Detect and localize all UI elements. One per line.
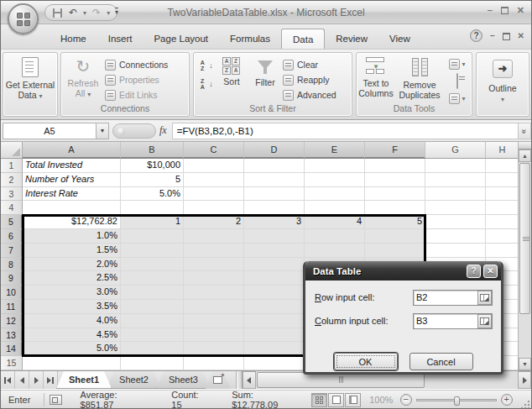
range-selector-icon[interactable] (477, 291, 492, 305)
cell-b5[interactable]: 1 (121, 215, 184, 229)
cell-d14[interactable] (244, 342, 305, 356)
cell-d5[interactable]: 3 (244, 215, 305, 229)
cell-d12[interactable] (244, 314, 305, 328)
ok-button[interactable]: OK (334, 353, 398, 370)
row-header-15[interactable]: 15 (1, 356, 23, 370)
column-header-h[interactable]: H (486, 142, 519, 159)
row-header-12[interactable]: 12 (1, 314, 23, 328)
dialog-close-icon[interactable]: ✕ (483, 265, 498, 278)
column-header-e[interactable]: E (305, 142, 365, 159)
cell-d10[interactable] (244, 286, 305, 300)
cell-a4[interactable] (23, 201, 121, 215)
cell-a9[interactable]: 2.5% (23, 271, 121, 286)
office-button[interactable] (8, 3, 39, 34)
cell-c12[interactable] (184, 314, 244, 328)
row-header-11[interactable]: 11 (1, 300, 23, 314)
first-sheet-button[interactable] (1, 371, 15, 389)
cell-c13[interactable] (184, 328, 244, 343)
cell-b4[interactable] (121, 201, 184, 215)
cell-g3[interactable] (425, 187, 486, 202)
reapply-button[interactable]: Reapply (283, 73, 352, 87)
filter-button[interactable]: Filter (248, 53, 283, 105)
cell-a8[interactable]: 2.0% (23, 258, 121, 272)
cell-e4[interactable] (305, 201, 365, 215)
cell-g5[interactable] (425, 215, 486, 229)
cancel-button[interactable]: Cancel (409, 353, 473, 370)
help-icon[interactable]: ? (470, 29, 482, 42)
cell-d9[interactable] (244, 271, 305, 286)
cell-h4[interactable] (486, 201, 519, 215)
cell-a1[interactable]: Total Invested (23, 159, 121, 173)
cell-b14[interactable] (121, 342, 184, 356)
cell-c1[interactable] (184, 159, 244, 173)
row-header-1[interactable]: 1 (1, 159, 23, 173)
cell-c5[interactable]: 2 (184, 215, 244, 229)
macro-recording-icon[interactable] (50, 395, 61, 405)
cell-c9[interactable] (184, 271, 244, 286)
zoom-level[interactable]: 100% (369, 395, 396, 405)
cell-d8[interactable] (244, 258, 305, 272)
sort-descending-icon[interactable]: ZA↓ (196, 78, 213, 90)
cell-b2[interactable]: 5 (121, 173, 184, 187)
maximize-button[interactable] (501, 7, 509, 14)
dialog-help-icon[interactable]: ? (467, 265, 481, 278)
cell-a11[interactable]: 3.5% (23, 300, 121, 314)
cell-b10[interactable] (121, 286, 184, 300)
cell-g4[interactable] (425, 201, 486, 215)
cell-g7[interactable] (425, 244, 486, 258)
cell-b3[interactable]: 5.0% (121, 187, 184, 202)
minimize-button[interactable]: – (488, 5, 493, 16)
cell-a14[interactable]: 5.0% (23, 342, 121, 356)
cell-a12[interactable]: 4.0% (23, 314, 121, 328)
cell-e3[interactable] (305, 187, 365, 202)
cell-g6[interactable] (425, 229, 486, 244)
cell-b6[interactable] (121, 229, 184, 244)
cell-h7[interactable] (486, 244, 519, 258)
tab-insert[interactable]: Insert (97, 29, 143, 49)
cell-a5[interactable]: $12,762.82 (23, 215, 121, 229)
cell-h6[interactable] (486, 229, 519, 244)
tab-page-layout[interactable]: Page Layout (143, 29, 219, 49)
formula-input[interactable]: =FV(B3,B2,0,-B1) (172, 123, 518, 139)
cell-f3[interactable] (365, 187, 425, 202)
insert-function-button[interactable]: fx (159, 124, 167, 137)
name-box-dropdown-icon[interactable]: ▼ (96, 123, 109, 139)
cell-b1[interactable]: $10,000 (121, 159, 184, 173)
cell-h1[interactable] (486, 159, 519, 173)
column-header-c[interactable]: C (184, 142, 244, 159)
cell-c2[interactable] (184, 173, 244, 187)
cell-c8[interactable] (184, 258, 244, 272)
dialog-title-bar[interactable]: Data Table ? ✕ (305, 261, 501, 281)
row-header-2[interactable]: 2 (1, 173, 23, 187)
outline-button[interactable]: ➜ Outline ▾ (477, 53, 529, 116)
cell-a6[interactable]: 1.0% (23, 229, 121, 244)
close-button[interactable]: ✕ (517, 5, 524, 16)
cell-d7[interactable] (244, 244, 305, 258)
cell-c6[interactable] (184, 229, 244, 244)
cell-d6[interactable] (244, 229, 305, 244)
cell-c3[interactable] (184, 187, 244, 202)
zoom-out-button[interactable]: − (400, 394, 412, 406)
row-header-7[interactable]: 7 (1, 244, 23, 258)
cell-e1[interactable] (305, 159, 365, 173)
row-header-8[interactable]: 8 (1, 258, 23, 272)
cell-a13[interactable]: 4.5% (23, 328, 121, 343)
cell-a10[interactable]: 3.0% (23, 286, 121, 300)
cell-b7[interactable] (121, 244, 184, 258)
sheet-tab-sheet1[interactable]: Sheet1 (56, 371, 112, 389)
cell-b9[interactable] (121, 271, 184, 286)
column-header-d[interactable]: D (244, 142, 305, 159)
name-box[interactable]: A5 (3, 123, 96, 139)
row-header-13[interactable]: 13 (1, 328, 23, 343)
zoom-slider-track[interactable] (416, 399, 497, 401)
cell-a7[interactable]: 1.5% (23, 244, 121, 258)
cell-d13[interactable] (244, 328, 305, 343)
cell-f2[interactable] (365, 173, 425, 187)
cell-f1[interactable] (365, 159, 425, 173)
cell-d2[interactable] (244, 173, 305, 187)
tab-home[interactable]: Home (50, 29, 97, 49)
consolidate-button[interactable] (456, 74, 458, 89)
tab-data[interactable]: Data (281, 29, 325, 49)
cell-c11[interactable] (184, 300, 244, 314)
previous-sheet-button[interactable] (15, 371, 29, 389)
